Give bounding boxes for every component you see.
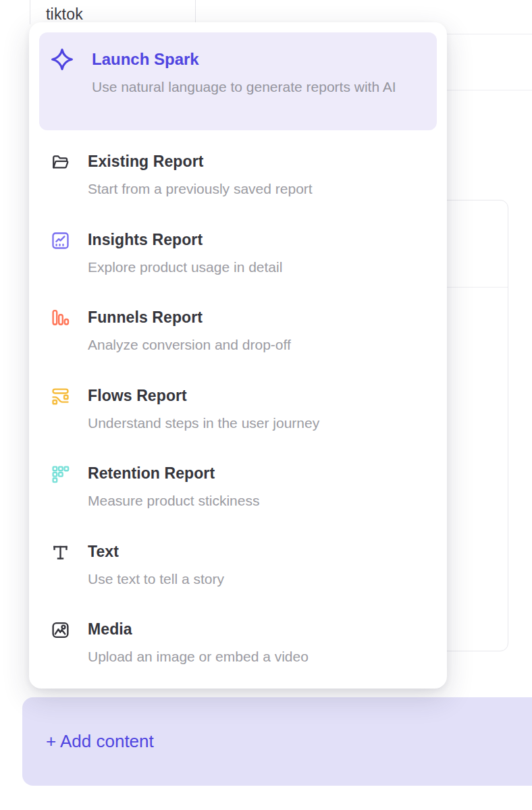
spark-icon — [50, 47, 77, 72]
retention-grid-icon — [50, 464, 70, 484]
menu-item-text[interactable]: Text Use text to tell a story — [39, 542, 437, 620]
add-content-button[interactable]: + Add content — [22, 697, 532, 786]
text-icon — [50, 543, 70, 562]
menu-item-label: Existing Report — [88, 152, 313, 171]
menu-item-existing-report[interactable]: Existing Report Start from a previously … — [39, 152, 437, 230]
menu-item-label: Retention Report — [88, 464, 259, 483]
menu-item-description: Use natural language to generate reports… — [92, 76, 396, 98]
menu-item-description: Analyze conversion and drop-off — [88, 335, 291, 354]
add-content-label: + Add content — [46, 731, 154, 752]
menu-item-insights-report[interactable]: Insights Report Explore product usage in… — [39, 230, 437, 308]
background-cell-text: tiktok — [46, 5, 83, 24]
media-image-icon — [50, 620, 70, 640]
menu-item-funnels-report[interactable]: Funnels Report Analyze conversion and dr… — [39, 308, 437, 386]
menu-item-description: Understand steps in the user journey — [88, 414, 319, 433]
add-content-menu: Launch Spark Use natural language to gen… — [29, 22, 447, 688]
funnel-bars-icon — [50, 308, 70, 328]
background-column-divider — [30, 0, 30, 24]
folder-open-icon — [50, 153, 70, 172]
menu-item-description: Upload an image or embed a video — [88, 647, 309, 666]
menu-item-label: Media — [88, 620, 309, 639]
menu-item-flows-report[interactable]: Flows Report Understand steps in the use… — [39, 386, 437, 464]
menu-item-retention-report[interactable]: Retention Report Measure product stickin… — [39, 464, 437, 542]
flows-icon — [50, 387, 70, 406]
insights-chart-icon — [50, 231, 70, 250]
menu-item-label: Flows Report — [88, 386, 319, 405]
menu-item-description: Use text to tell a story — [88, 570, 224, 589]
menu-item-media[interactable]: Media Upload an image or embed a video — [39, 620, 437, 698]
menu-item-description: Measure product stickiness — [88, 491, 259, 510]
menu-item-label: Launch Spark — [92, 50, 396, 69]
menu-item-launch-spark[interactable]: Launch Spark Use natural language to gen… — [39, 32, 437, 130]
menu-item-description: Explore product usage in detail — [88, 258, 282, 277]
menu-item-description: Start from a previously saved report — [88, 180, 313, 198]
menu-item-label: Insights Report — [88, 230, 282, 249]
menu-item-label: Text — [88, 542, 224, 561]
menu-item-label: Funnels Report — [88, 308, 291, 327]
